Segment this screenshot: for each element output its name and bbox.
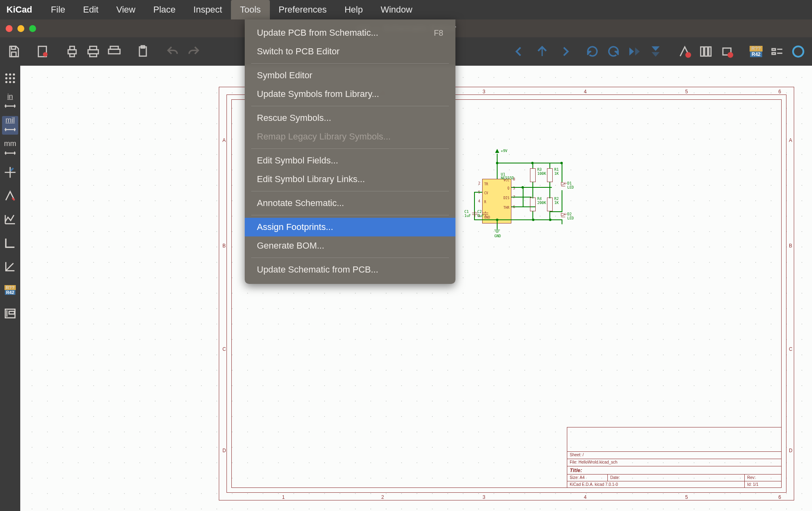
svg-text:4: 4 [584, 89, 587, 94]
svg-text:C: C [222, 346, 226, 352]
svg-text:2: 2 [381, 494, 384, 500]
menuitem-edit-lib-links[interactable]: Edit Symbol Library Links... [245, 170, 455, 189]
svg-rect-17 [709, 47, 711, 56]
svg-text:5: 5 [685, 494, 688, 500]
svg-point-3 [43, 52, 47, 56]
menu-preferences[interactable]: Preferences [270, 0, 336, 19]
svg-point-27 [9, 77, 11, 79]
mirror-h-icon[interactable] [626, 43, 643, 60]
menu-inspect[interactable]: Inspect [184, 0, 231, 19]
svg-text:6: 6 [778, 89, 781, 94]
svg-text:D: D [789, 448, 793, 453]
print-icon[interactable] [63, 43, 81, 60]
menuitem-update-pcb[interactable]: Update PCB from Schematic...F8 [245, 24, 455, 42]
hierarchy-icon[interactable] [2, 304, 18, 323]
svg-rect-11 [110, 46, 118, 49]
svg-point-30 [9, 81, 11, 83]
svg-text:B: B [222, 243, 226, 249]
menuitem-switch-pcb[interactable]: Switch to PCB Editor [245, 42, 455, 61]
svg-text:A: A [789, 137, 792, 143]
svg-point-24 [9, 73, 11, 75]
plot-icon[interactable] [84, 43, 102, 60]
nav-up-icon[interactable] [533, 43, 551, 60]
traffic-lights [6, 25, 36, 32]
grid-dots-icon[interactable] [2, 69, 18, 88]
redo-icon[interactable] [185, 43, 203, 60]
svg-text:B: B [789, 243, 792, 249]
svg-text:5: 5 [685, 89, 688, 94]
svg-rect-8 [90, 46, 97, 50]
resistor-r2 [547, 198, 553, 211]
paste-icon[interactable] [135, 43, 152, 60]
close-button[interactable] [6, 25, 13, 32]
left-toolbar: in mil mm R??R42 [0, 66, 20, 511]
waveform-icon[interactable] [2, 210, 18, 229]
simulator-icon[interactable] [789, 43, 807, 60]
menuitem-rescue-symbols[interactable]: Rescue Symbols... [245, 109, 455, 127]
unit-mm-button[interactable]: mm [2, 140, 18, 158]
symbol-editor-icon[interactable] [676, 43, 694, 60]
minimize-button[interactable] [17, 25, 24, 32]
svg-text:3: 3 [483, 89, 485, 94]
rotate-cw-icon[interactable] [605, 43, 622, 60]
axes-icon[interactable] [2, 257, 18, 276]
page-settings-icon[interactable] [34, 43, 52, 60]
hidden-pins-icon[interactable]: R??R42 [2, 281, 18, 299]
svg-rect-16 [705, 47, 707, 56]
menu-file[interactable]: File [42, 0, 74, 19]
svg-point-29 [5, 81, 7, 83]
plot2-icon[interactable] [105, 43, 123, 60]
menuitem-update-symbols[interactable]: Update Symbols from Library... [245, 85, 455, 103]
menuitem-edit-fields[interactable]: Edit Symbol Fields... [245, 151, 455, 170]
resistor-r4 [530, 198, 536, 211]
nav-back-icon[interactable] [512, 43, 530, 60]
svg-rect-6 [70, 54, 74, 57]
svg-rect-33 [9, 311, 14, 314]
svg-text:3: 3 [483, 494, 485, 500]
maximize-button[interactable] [29, 25, 36, 32]
svg-rect-21 [772, 53, 776, 54]
svg-text:4: 4 [584, 494, 587, 500]
unit-mil-button[interactable]: mil [2, 116, 18, 135]
svg-rect-5 [70, 46, 74, 50]
rotate-ccw-icon[interactable] [583, 43, 601, 60]
menu-view[interactable]: View [107, 0, 144, 19]
svg-point-26 [5, 77, 7, 79]
library-browser-icon[interactable] [697, 43, 715, 60]
svg-text:A: A [222, 137, 226, 143]
menu-edit[interactable]: Edit [74, 0, 107, 19]
svg-rect-0 [11, 46, 15, 49]
svg-text:1: 1 [282, 494, 285, 500]
svg-rect-20 [772, 49, 776, 50]
nav-forward-icon[interactable] [554, 43, 572, 60]
svg-rect-9 [90, 54, 97, 57]
svg-point-28 [13, 77, 15, 79]
undo-icon[interactable] [164, 43, 182, 60]
resistor-r1 [547, 168, 553, 182]
footprint-editor-icon[interactable] [718, 43, 736, 60]
menuitem-assign-footprints[interactable]: Assign Footprints... [245, 218, 455, 236]
menu-place[interactable]: Place [144, 0, 184, 19]
origin-icon[interactable] [2, 234, 18, 252]
menuitem-annotate[interactable]: Annotate Schematic... [245, 194, 455, 213]
open-triangle-icon[interactable] [2, 187, 18, 205]
svg-point-23 [5, 73, 7, 75]
svg-text:D: D [222, 448, 226, 453]
svg-point-19 [727, 52, 733, 58]
erc-icon[interactable] [768, 43, 786, 60]
svg-point-25 [13, 73, 15, 75]
unit-in-button[interactable]: in [2, 92, 18, 111]
mirror-v-icon[interactable] [647, 43, 665, 60]
cursor-full-icon[interactable] [2, 163, 18, 182]
resistor-r3 [530, 168, 536, 182]
menuitem-symbol-editor[interactable]: Symbol Editor [245, 66, 455, 85]
menuitem-generate-bom[interactable]: Generate BOM... [245, 236, 455, 255]
menuitem-update-from-pcb[interactable]: Update Schematic from PCB... [245, 260, 455, 279]
svg-rect-15 [701, 47, 703, 56]
menu-window[interactable]: Window [372, 0, 421, 19]
menu-help[interactable]: Help [335, 0, 372, 19]
menu-tools[interactable]: Tools [231, 0, 269, 19]
annotate-icon[interactable]: R??R42 [747, 43, 765, 60]
svg-rect-7 [88, 50, 98, 54]
save-icon[interactable] [5, 43, 23, 60]
